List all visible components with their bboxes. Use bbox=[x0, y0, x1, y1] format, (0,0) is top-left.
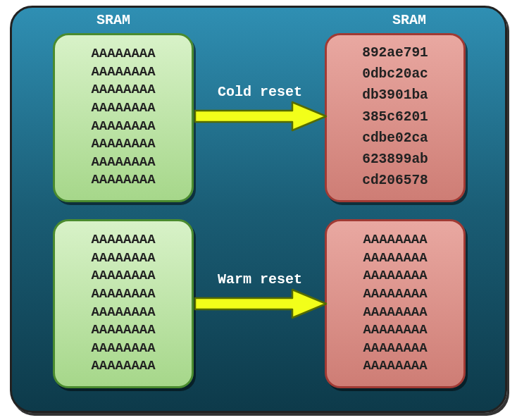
mem-row: AAAAAAAA bbox=[91, 63, 155, 82]
mem-row: cd206578 bbox=[362, 170, 428, 191]
mem-row: 892ae791 bbox=[362, 42, 428, 63]
cold-reset-label: Cold reset bbox=[218, 84, 302, 100]
mem-row: db3901ba bbox=[362, 85, 428, 106]
mem-row: AAAAAAAA bbox=[91, 267, 155, 285]
diagram-canvas: SRAM SRAM AAAAAAAA AAAAAAAA AAAAAAAA AAA… bbox=[10, 6, 507, 413]
mem-row: AAAAAAAA bbox=[91, 154, 155, 172]
mem-row: AAAAAAAA bbox=[363, 357, 427, 376]
sram-box-before-cold: AAAAAAAA AAAAAAAA AAAAAAAA AAAAAAAA AAAA… bbox=[53, 33, 194, 202]
mem-row: AAAAAAAA bbox=[91, 171, 155, 190]
mem-row: 0dbc20ac bbox=[362, 63, 428, 85]
mem-row: AAAAAAAA bbox=[363, 304, 427, 322]
mem-row: AAAAAAAA bbox=[91, 45, 155, 63]
mem-row: cdbe02ca bbox=[362, 128, 428, 149]
mem-row: AAAAAAAA bbox=[91, 340, 155, 358]
mem-row: AAAAAAAA bbox=[91, 231, 155, 249]
mem-row: AAAAAAAA bbox=[91, 285, 155, 304]
arrow-warm-reset-icon bbox=[194, 290, 328, 318]
warm-reset-label: Warm reset bbox=[218, 271, 302, 288]
mem-row: AAAAAAAA bbox=[363, 249, 427, 268]
mem-row: AAAAAAAA bbox=[91, 135, 155, 154]
sram-label-left: SRAM bbox=[96, 12, 130, 28]
mem-row: AAAAAAAA bbox=[91, 99, 155, 118]
mem-row: AAAAAAAA bbox=[91, 357, 155, 376]
mem-row: AAAAAAAA bbox=[91, 321, 155, 340]
mem-row: AAAAAAAA bbox=[363, 285, 427, 304]
sram-box-after-cold: 892ae791 0dbc20ac db3901ba 385c6201 cdbe… bbox=[325, 33, 466, 202]
sram-box-after-warm: AAAAAAAA AAAAAAAA AAAAAAAA AAAAAAAA AAAA… bbox=[325, 219, 466, 388]
mem-row: AAAAAAAA bbox=[91, 249, 155, 268]
mem-row: AAAAAAAA bbox=[363, 267, 427, 285]
mem-row: AAAAAAAA bbox=[363, 231, 427, 249]
mem-row: 623899ab bbox=[362, 149, 428, 170]
mem-row: 385c6201 bbox=[362, 106, 428, 128]
mem-row: AAAAAAAA bbox=[91, 304, 155, 322]
mem-row: AAAAAAAA bbox=[363, 340, 427, 358]
mem-row: AAAAAAAA bbox=[91, 118, 155, 136]
sram-label-right: SRAM bbox=[392, 12, 426, 28]
mem-row: AAAAAAAA bbox=[363, 321, 427, 340]
mem-row: AAAAAAAA bbox=[91, 81, 155, 99]
arrow-cold-reset-icon bbox=[194, 102, 328, 130]
sram-box-before-warm: AAAAAAAA AAAAAAAA AAAAAAAA AAAAAAAA AAAA… bbox=[53, 219, 194, 388]
